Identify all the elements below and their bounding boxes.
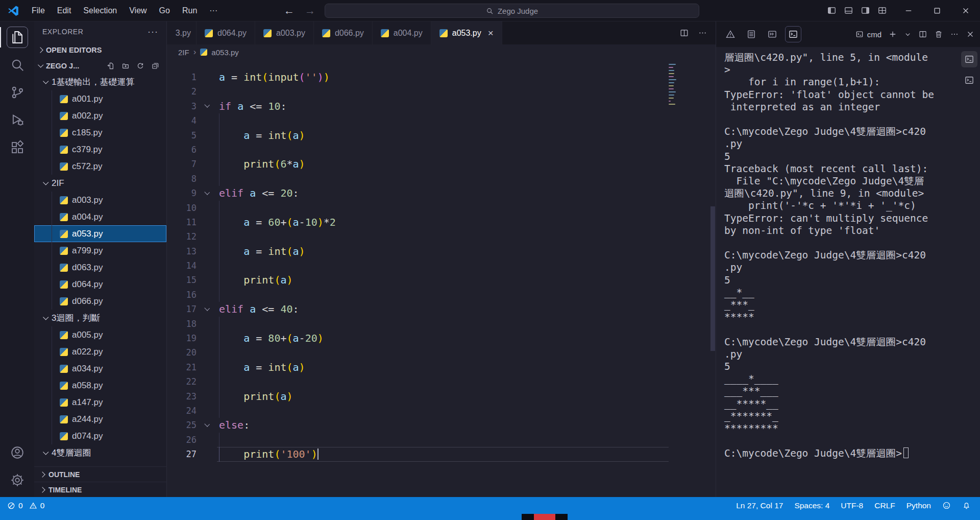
outline-section[interactable]: OUTLINE <box>34 466 166 482</box>
file-a058.py[interactable]: a058.py <box>34 377 166 394</box>
encoding-status[interactable]: UTF-8 <box>837 497 867 514</box>
language-mode-status[interactable]: Python <box>902 497 935 514</box>
terminal-dropdown-icon[interactable] <box>904 31 912 38</box>
new-folder-icon[interactable] <box>121 62 130 70</box>
code-editor[interactable]: 1a = int(input(''))23if a <= 10:45 a = i… <box>167 60 716 497</box>
tab-a004.py[interactable]: a004.py <box>373 21 431 44</box>
open-editors-section[interactable]: OPEN EDITORS <box>34 42 166 58</box>
terminal-profile-chip[interactable]: cmd <box>855 30 881 39</box>
fold-icon[interactable] <box>197 186 217 200</box>
code-line-7[interactable]: 7 print(6*a) <box>167 157 716 171</box>
collapse-all-icon[interactable] <box>151 62 159 70</box>
folder-1基礎輸出，基礎運算[interactable]: 1基礎輸出，基礎運算 <box>34 74 166 90</box>
cursor-position-status[interactable]: Ln 27, Col 17 <box>732 497 787 514</box>
menu-item-go[interactable]: Go <box>153 3 176 18</box>
feedback-icon[interactable] <box>938 497 955 514</box>
close-panel-icon[interactable] <box>966 30 975 39</box>
code-line-11[interactable]: 11 a = 60+(a-10)*2 <box>167 215 716 229</box>
file-c185.py[interactable]: c185.py <box>34 124 166 141</box>
file-a034.py[interactable]: a034.py <box>34 360 166 377</box>
code-line-14[interactable]: 14 <box>167 258 716 273</box>
explorer-more-actions-icon[interactable]: ··· <box>148 27 158 37</box>
code-line-21[interactable]: 21 a = int(a) <box>167 360 716 374</box>
code-line-22[interactable]: 22 <box>167 374 716 389</box>
terminal-instance-icon[interactable] <box>961 72 977 88</box>
source-control-icon[interactable] <box>0 79 34 106</box>
file-a022.py[interactable]: a022.py <box>34 343 166 360</box>
code-line-18[interactable]: 18 <box>167 317 716 331</box>
menu-item-run[interactable]: Run <box>176 3 203 18</box>
breadcrumb[interactable]: 2IF › a053.py <box>167 44 716 60</box>
terminal-output[interactable]: 層迴圈\c420.py", line 5, in <module> for i … <box>716 47 980 497</box>
split-terminal-icon[interactable] <box>918 30 927 39</box>
file-d074.py[interactable]: d074.py <box>34 428 166 444</box>
eol-status[interactable]: CRLF <box>870 497 899 514</box>
file-a244.py[interactable]: a244.py <box>34 411 166 428</box>
tab-a003.py[interactable]: a003.py <box>255 21 314 44</box>
code-line-13[interactable]: 13 a = int(a) <box>167 244 716 258</box>
code-line-6[interactable]: 6 <box>167 143 716 157</box>
code-line-9[interactable]: 9elif a <= 20: <box>167 186 716 200</box>
toggle-secondary-sidebar-icon[interactable] <box>861 6 870 15</box>
menu-item-file[interactable]: File <box>26 3 51 18</box>
file-c379.py[interactable]: c379.py <box>34 141 166 158</box>
tab-3.py[interactable]: 3.py <box>167 21 197 44</box>
forward-arrow-icon[interactable]: → <box>305 5 315 17</box>
terminal-instance-icon[interactable] <box>961 51 977 67</box>
workspace-section[interactable]: ZEGO J... <box>34 58 166 74</box>
menu-item-selection[interactable]: Selection <box>77 3 123 18</box>
file-a003.py[interactable]: a003.py <box>34 192 166 208</box>
extensions-icon[interactable] <box>0 134 34 161</box>
code-line-15[interactable]: 15 print(a) <box>167 273 716 287</box>
folder-3迴圈，判斷[interactable]: 3迴圈，判斷 <box>34 310 166 326</box>
problems-status[interactable]: 0 0 <box>5 497 46 514</box>
file-c572.py[interactable]: c572.py <box>34 158 166 175</box>
code-line-26[interactable]: 26 <box>167 433 716 447</box>
menu-item-[interactable]: ··· <box>203 3 224 18</box>
timeline-section[interactable]: TIMELINE <box>34 482 166 497</box>
toggle-panel-icon[interactable] <box>844 6 853 15</box>
file-a004.py[interactable]: a004.py <box>34 208 166 225</box>
maximize-button[interactable] <box>923 0 951 21</box>
refresh-icon[interactable] <box>136 62 144 70</box>
close-button[interactable] <box>951 0 980 21</box>
command-center-search[interactable]: Zego Judge <box>325 4 699 18</box>
code-line-23[interactable]: 23 print(a) <box>167 389 716 404</box>
account-icon[interactable] <box>0 439 34 466</box>
file-a147.py[interactable]: a147.py <box>34 394 166 411</box>
indentation-status[interactable]: Spaces: 4 <box>790 497 834 514</box>
code-line-19[interactable]: 19 a = 80+(a-20) <box>167 331 716 345</box>
menu-item-edit[interactable]: Edit <box>51 3 78 18</box>
panel-more-actions-icon[interactable] <box>950 30 959 39</box>
fold-icon[interactable] <box>197 418 217 432</box>
code-line-2[interactable]: 2 <box>167 84 716 99</box>
code-line-5[interactable]: 5 a = int(a) <box>167 128 716 143</box>
explorer-view-icon[interactable] <box>0 23 34 51</box>
editor-more-actions-icon[interactable] <box>698 28 707 38</box>
toggle-sidebar-icon[interactable] <box>827 6 837 15</box>
output-tab-icon[interactable] <box>743 26 760 42</box>
file-d064.py[interactable]: d064.py <box>34 276 166 293</box>
file-d063.py[interactable]: d063.py <box>34 259 166 276</box>
file-a001.py[interactable]: a001.py <box>34 90 166 107</box>
problems-tab-icon[interactable] <box>722 26 739 42</box>
folder-4雙層迴圈[interactable]: 4雙層迴圈 <box>34 444 166 461</box>
tab-a053.py[interactable]: a053.py× <box>431 21 502 44</box>
fold-icon[interactable] <box>197 99 217 113</box>
search-view-icon[interactable] <box>0 51 34 79</box>
file-a002.py[interactable]: a002.py <box>34 107 166 124</box>
notifications-bell-icon[interactable] <box>958 497 975 514</box>
fold-icon[interactable] <box>197 302 217 316</box>
new-file-icon[interactable] <box>107 62 115 70</box>
tab-d064.py[interactable]: d064.py <box>197 21 255 44</box>
terminal-tab-icon[interactable] <box>785 26 801 42</box>
editor-scrollbar[interactable] <box>710 206 715 351</box>
minimize-button[interactable] <box>894 0 923 21</box>
code-line-1[interactable]: 1a = int(input('')) <box>167 70 716 84</box>
close-tab-icon[interactable]: × <box>488 28 494 38</box>
breadcrumb-folder[interactable]: 2IF <box>178 48 189 57</box>
file-a799.py[interactable]: a799.py <box>34 242 166 259</box>
debug-console-tab-icon[interactable] <box>764 26 780 42</box>
split-editor-icon[interactable] <box>679 28 689 38</box>
breadcrumb-file[interactable]: a053.py <box>211 48 238 57</box>
